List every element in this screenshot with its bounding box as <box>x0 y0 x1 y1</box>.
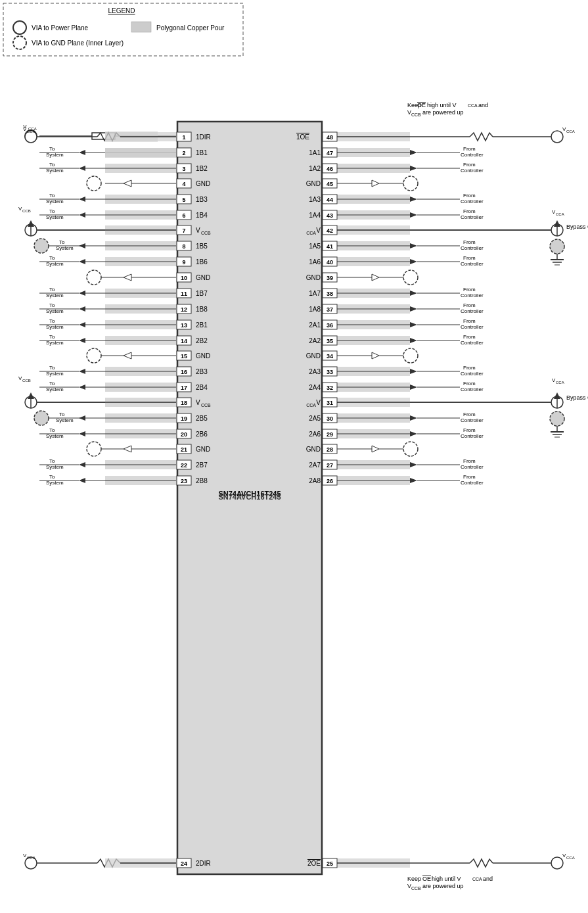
svg-marker-355 <box>372 352 379 359</box>
svg-marker-144 <box>79 385 85 390</box>
svg-text:To: To <box>49 318 55 324</box>
svg-text:System: System <box>46 371 64 377</box>
svg-text:38: 38 <box>327 291 333 297</box>
svg-text:2B6: 2B6 <box>196 431 208 438</box>
svg-point-392 <box>550 411 564 426</box>
legend-via-power-label: VIA to Power Plane <box>32 24 89 32</box>
svg-marker-234 <box>410 150 417 155</box>
svg-text:35: 35 <box>327 338 333 344</box>
svg-text:From: From <box>463 287 476 293</box>
svg-text:CCA: CCA <box>27 856 35 860</box>
svg-text:GND: GND <box>306 352 321 360</box>
svg-text:Controller: Controller <box>461 464 484 470</box>
svg-text:2B4: 2B4 <box>196 384 208 391</box>
svg-text:Controller: Controller <box>461 324 484 330</box>
svg-point-163 <box>34 411 49 425</box>
svg-text:13: 13 <box>181 322 187 329</box>
svg-text:From: From <box>463 458 476 464</box>
svg-text:Controller: Controller <box>461 245 484 251</box>
pin2-signal2: System <box>46 152 64 158</box>
svg-text:2A8: 2A8 <box>309 477 321 484</box>
svg-marker-259 <box>410 197 417 202</box>
svg-marker-304 <box>410 259 417 264</box>
svg-text:12: 12 <box>181 306 187 313</box>
svg-marker-29 <box>124 180 131 187</box>
svg-text:System: System <box>46 168 64 174</box>
svg-text:From: From <box>463 162 476 168</box>
svg-text:46: 46 <box>327 166 333 172</box>
svg-text:1B5: 1B5 <box>196 243 208 250</box>
svg-text:To: To <box>49 334 55 340</box>
svg-marker-174 <box>79 431 85 436</box>
svg-marker-68 <box>79 243 85 248</box>
svg-text:Controller: Controller <box>461 214 484 220</box>
svg-text:Controller: Controller <box>461 152 484 158</box>
svg-text:CCA: CCA <box>468 103 478 108</box>
svg-text:1A6: 1A6 <box>309 258 321 266</box>
svg-text:1A5: 1A5 <box>309 243 321 250</box>
svg-text:1A2: 1A2 <box>309 165 321 172</box>
svg-text:System: System <box>46 340 64 346</box>
svg-text:2DIR: 2DIR <box>196 860 211 867</box>
svg-text:Controller: Controller <box>461 480 484 486</box>
svg-text:1B8: 1B8 <box>196 306 208 313</box>
svg-text:GND: GND <box>306 446 321 453</box>
svg-text:System: System <box>46 199 64 204</box>
svg-marker-135 <box>79 369 85 374</box>
svg-text:42: 42 <box>327 227 333 234</box>
svg-text:7: 7 <box>182 227 185 234</box>
svg-text:System: System <box>46 433 64 439</box>
svg-text:25: 25 <box>327 860 333 867</box>
svg-text:Bypass Capacitor: Bypass Capacitor <box>566 394 588 401</box>
svg-text:To: To <box>59 411 65 417</box>
svg-marker-329 <box>410 306 417 312</box>
svg-text:To: To <box>49 365 55 371</box>
svg-text:28: 28 <box>327 446 333 453</box>
svg-marker-199 <box>79 478 85 483</box>
svg-text:From: From <box>463 193 476 199</box>
svg-text:34: 34 <box>327 353 333 360</box>
svg-marker-110 <box>79 322 85 327</box>
legend-via-gnd-label: VIA to GND Plane (Inner Layer) <box>32 39 124 47</box>
svg-text:System: System <box>56 245 74 251</box>
via-gnd-symbol <box>13 36 26 49</box>
svg-text:are powered up: are powered up <box>422 109 464 116</box>
svg-text:From: From <box>463 334 476 340</box>
svg-text:8: 8 <box>182 243 185 250</box>
svg-marker-127 <box>124 352 131 359</box>
svg-marker-37 <box>79 197 85 202</box>
svg-marker-166 <box>79 415 85 421</box>
pin1-vcca-sub: CCA <box>27 129 35 133</box>
svg-text:2OE: 2OE <box>307 860 321 867</box>
svg-text:GND: GND <box>306 180 321 187</box>
svg-marker-251 <box>372 180 379 187</box>
svg-text:29: 29 <box>327 431 333 438</box>
svg-text:GND: GND <box>306 274 321 281</box>
svg-marker-416 <box>372 446 379 452</box>
svg-text:Controller: Controller <box>461 199 484 204</box>
svg-marker-281 <box>554 220 560 227</box>
svg-text:System: System <box>46 293 64 298</box>
svg-text:2A1: 2A1 <box>309 321 321 329</box>
svg-marker-243 <box>410 166 417 171</box>
svg-text:18: 18 <box>181 400 187 406</box>
svg-text:CCA: CCA <box>556 212 564 216</box>
svg-marker-433 <box>410 478 417 483</box>
pin2-name: 1B1 <box>196 149 208 156</box>
svg-text:CCB: CCB <box>201 231 211 235</box>
svg-text:V: V <box>196 227 200 234</box>
svg-text:1B4: 1B4 <box>196 212 208 219</box>
svg-text:27: 27 <box>327 462 333 469</box>
svg-point-418 <box>403 442 418 456</box>
svg-text:V: V <box>196 399 200 406</box>
svg-text:2B7: 2B7 <box>196 461 208 469</box>
svg-text:From: From <box>463 146 476 152</box>
svg-text:43: 43 <box>327 212 333 219</box>
copper-pour-symbol <box>131 22 151 32</box>
svg-marker-119 <box>79 338 85 343</box>
main-diagram: LEGEND VIA to Power Plane Polygonal Copp… <box>0 0 588 913</box>
svg-text:30: 30 <box>327 415 333 422</box>
svg-marker-190 <box>79 462 85 467</box>
svg-text:1B3: 1B3 <box>196 196 208 203</box>
svg-text:Keep: Keep <box>407 876 421 882</box>
